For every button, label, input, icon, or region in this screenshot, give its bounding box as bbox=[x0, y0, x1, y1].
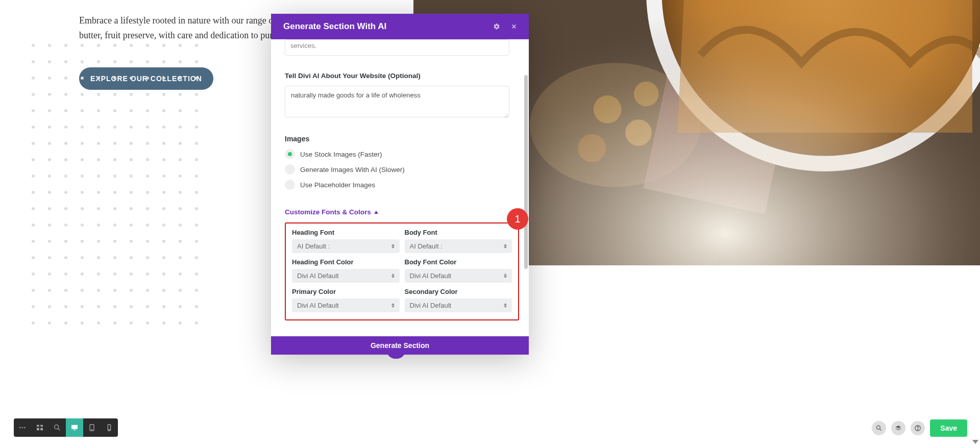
svg-rect-18 bbox=[40, 428, 43, 431]
radio-dot-icon bbox=[285, 164, 295, 175]
save-button[interactable]: Save bbox=[930, 419, 967, 437]
modal-scrollbar[interactable] bbox=[524, 75, 528, 269]
select-value: Divi AI Default bbox=[410, 302, 452, 309]
radio-label: Generate Images With AI (Slower) bbox=[300, 166, 405, 173]
search-icon[interactable] bbox=[872, 421, 886, 435]
images-heading: Images bbox=[285, 135, 515, 143]
zoom-icon[interactable] bbox=[48, 418, 66, 437]
body-font-color-select[interactable]: Divi AI Default bbox=[405, 269, 512, 283]
secondary-color-label: Secondary Color bbox=[405, 288, 512, 295]
radio-placeholder[interactable]: Use Placeholder Images bbox=[285, 180, 515, 190]
radio-stock-images[interactable]: Use Stock Images (Faster) bbox=[285, 149, 515, 159]
svg-point-14 bbox=[24, 427, 26, 429]
phone-view-icon[interactable] bbox=[101, 418, 118, 437]
select-caret-icon bbox=[504, 274, 507, 278]
tablet-view-icon[interactable] bbox=[83, 418, 101, 437]
about-website-label: Tell Divi AI About Your Website (Optiona… bbox=[285, 72, 515, 80]
select-value: AI Default : bbox=[297, 242, 330, 250]
primary-color-select[interactable]: Divi AI Default bbox=[292, 299, 400, 312]
desktop-view-icon[interactable] bbox=[66, 418, 83, 437]
select-value: Divi AI Default bbox=[410, 272, 452, 280]
modal-header: Generate Section With AI bbox=[271, 14, 529, 39]
svg-point-19 bbox=[55, 425, 59, 429]
svg-rect-17 bbox=[37, 428, 39, 431]
svg-point-23 bbox=[91, 429, 92, 430]
close-icon[interactable] bbox=[507, 20, 521, 33]
select-caret-icon bbox=[391, 303, 395, 308]
heading-font-label: Heading Font bbox=[292, 229, 400, 236]
body-font-color-label: Body Font Color bbox=[405, 258, 512, 266]
svg-point-28 bbox=[918, 429, 918, 430]
svg-rect-16 bbox=[40, 425, 43, 427]
primary-color-label: Primary Color bbox=[292, 288, 400, 295]
heading-font-color-label: Heading Font Color bbox=[292, 258, 400, 266]
svg-point-26 bbox=[877, 426, 880, 429]
customize-link-text: Customize Fonts & Colors bbox=[285, 208, 371, 216]
body-font-select[interactable]: AI Default : bbox=[405, 239, 512, 253]
generate-section-modal: Generate Section With AI Tell Divi AI Ab… bbox=[271, 14, 529, 355]
svg-rect-21 bbox=[74, 430, 76, 430]
help-icon[interactable] bbox=[911, 421, 925, 435]
secondary-color-select[interactable]: Divi AI Default bbox=[405, 299, 512, 312]
customize-fonts-colors-toggle[interactable]: Customize Fonts & Colors bbox=[285, 208, 378, 216]
section-description-textarea[interactable] bbox=[285, 39, 509, 56]
heading-font-color-select[interactable]: Divi AI Default bbox=[292, 269, 400, 283]
svg-point-13 bbox=[22, 427, 23, 429]
about-website-textarea[interactable] bbox=[285, 86, 509, 117]
page-scroll-down-icon[interactable] bbox=[972, 440, 978, 444]
heading-font-select[interactable]: AI Default : bbox=[292, 239, 400, 253]
callout-badge: 1 bbox=[507, 208, 528, 230]
fonts-colors-panel: 1 Heading Font AI Default : Body Font AI… bbox=[285, 222, 519, 320]
generate-section-label: Generate Section bbox=[371, 341, 429, 350]
dots-decoration bbox=[32, 44, 205, 330]
modal-title: Generate Section With AI bbox=[283, 21, 386, 32]
radio-dot-icon bbox=[285, 149, 295, 159]
settings-icon[interactable] bbox=[490, 20, 503, 33]
layers-icon[interactable] bbox=[891, 421, 905, 435]
select-value: Divi AI Default bbox=[297, 302, 339, 309]
radio-label: Use Placeholder Images bbox=[300, 181, 375, 189]
select-value: Divi AI Default bbox=[297, 272, 339, 280]
select-caret-icon bbox=[504, 244, 507, 249]
more-icon[interactable] bbox=[14, 418, 31, 437]
radio-dot-icon bbox=[285, 180, 295, 190]
svg-point-25 bbox=[109, 429, 109, 430]
select-value: AI Default : bbox=[410, 242, 443, 250]
triangle-up-icon bbox=[374, 211, 378, 214]
svg-rect-15 bbox=[37, 425, 39, 427]
wireframe-icon[interactable] bbox=[31, 418, 48, 437]
radio-generate-ai[interactable]: Generate Images With AI (Slower) bbox=[285, 164, 515, 175]
svg-rect-20 bbox=[71, 425, 78, 429]
bottom-right-controls: Save bbox=[872, 419, 967, 437]
svg-point-12 bbox=[19, 427, 21, 429]
select-caret-icon bbox=[391, 244, 395, 249]
modal-body: Tell Divi AI About Your Website (Optiona… bbox=[271, 39, 529, 336]
body-font-label: Body Font bbox=[405, 229, 512, 236]
radio-label: Use Stock Images (Faster) bbox=[300, 151, 382, 158]
viewport-toolbar bbox=[14, 418, 118, 437]
select-caret-icon bbox=[391, 274, 395, 278]
select-caret-icon bbox=[504, 303, 507, 308]
